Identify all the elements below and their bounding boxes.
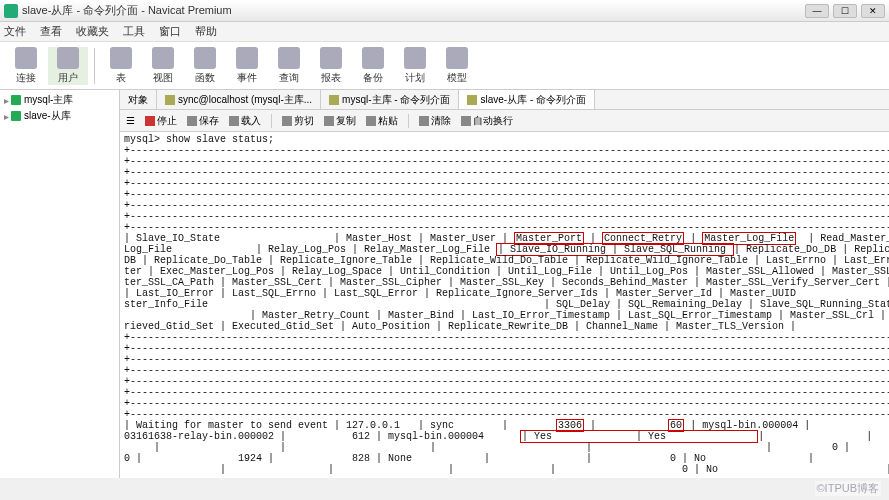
terminal-icon <box>329 95 339 105</box>
chevron-right-icon: ▸ <box>4 111 9 122</box>
load-button[interactable]: 载入 <box>229 114 261 128</box>
tool-query[interactable]: 查询 <box>269 47 309 85</box>
tool-schedule[interactable]: 计划 <box>395 47 435 85</box>
menu-view[interactable]: 查看 <box>40 24 62 39</box>
plug-icon <box>15 47 37 69</box>
stop-button[interactable]: 停止 <box>145 114 177 128</box>
watermark: ©ITPUB博客 <box>815 481 882 496</box>
cut-button[interactable]: 剪切 <box>282 114 314 128</box>
db-icon <box>11 111 21 121</box>
highlight-yes-values: | Yes | Yes <box>520 430 758 443</box>
toolbar: 连接 用户 表 视图 函数 事件 查询 报表 备份 计划 模型 <box>0 42 889 90</box>
chevron-right-icon: ▸ <box>4 95 9 106</box>
sub-toolbar: ☰ 停止 保存 载入 剪切 复制 粘贴 清除 自动换行 <box>120 110 889 132</box>
sidebar: ▸mysql-主库 ▸slave-从库 <box>0 90 120 478</box>
tool-report[interactable]: 报表 <box>311 47 351 85</box>
paste-button[interactable]: 粘贴 <box>366 114 398 128</box>
tool-model[interactable]: 模型 <box>437 47 477 85</box>
paste-icon <box>366 116 376 126</box>
maximize-button[interactable]: ☐ <box>833 4 857 18</box>
menu-file[interactable]: 文件 <box>4 24 26 39</box>
clear-button[interactable]: 清除 <box>419 114 451 128</box>
tab-bar: 对象 sync@localhost (mysql-主库... mysql-主库 … <box>120 90 889 110</box>
tab-sync[interactable]: sync@localhost (mysql-主库... <box>157 90 321 109</box>
tool-connect[interactable]: 连接 <box>6 47 46 85</box>
stop-icon <box>145 116 155 126</box>
tool-func[interactable]: 函数 <box>185 47 225 85</box>
tab-objects[interactable]: 对象 <box>120 90 157 109</box>
tool-table[interactable]: 表 <box>101 47 141 85</box>
tool-user[interactable]: 用户 <box>48 47 88 85</box>
model-icon <box>446 47 468 69</box>
menu-window[interactable]: 窗口 <box>159 24 181 39</box>
close-button[interactable]: ✕ <box>861 4 885 18</box>
event-icon <box>236 47 258 69</box>
fx-icon <box>194 47 216 69</box>
window-title: slave-从库 - 命令列介面 - Navicat Premium <box>22 3 805 18</box>
hamburger-icon[interactable]: ☰ <box>126 115 135 126</box>
highlight-slave-running: | Slave_IO_Running | Slave_SQL_Running <box>496 243 734 256</box>
tree-item-slave[interactable]: ▸slave-从库 <box>2 108 117 124</box>
menubar: 文件 查看 收藏夹 工具 窗口 帮助 <box>0 22 889 42</box>
user-icon <box>165 95 175 105</box>
wrap-icon <box>461 116 471 126</box>
app-icon <box>4 4 18 18</box>
divider <box>408 114 409 128</box>
copy-button[interactable]: 复制 <box>324 114 356 128</box>
save-button[interactable]: 保存 <box>187 114 219 128</box>
query-icon <box>278 47 300 69</box>
terminal-icon <box>467 95 477 105</box>
copy-icon <box>324 116 334 126</box>
open-icon <box>229 116 239 126</box>
tool-backup[interactable]: 备份 <box>353 47 393 85</box>
eraser-icon <box>419 116 429 126</box>
tree-item-master[interactable]: ▸mysql-主库 <box>2 92 117 108</box>
tab-master-cli[interactable]: mysql-主库 - 命令列介面 <box>321 90 459 109</box>
save-icon <box>187 116 197 126</box>
tool-view[interactable]: 视图 <box>143 47 183 85</box>
minimize-button[interactable]: — <box>805 4 829 18</box>
scissors-icon <box>282 116 292 126</box>
report-icon <box>320 47 342 69</box>
tab-slave-cli[interactable]: slave-从库 - 命令列介面 <box>459 90 595 109</box>
table-icon <box>110 47 132 69</box>
menu-fav[interactable]: 收藏夹 <box>76 24 109 39</box>
backup-icon <box>362 47 384 69</box>
tool-event[interactable]: 事件 <box>227 47 267 85</box>
menu-tools[interactable]: 工具 <box>123 24 145 39</box>
autowrap-toggle[interactable]: 自动换行 <box>461 114 513 128</box>
divider <box>271 114 272 128</box>
eye-icon <box>152 47 174 69</box>
user-icon <box>57 47 79 69</box>
divider <box>94 48 95 84</box>
calendar-icon <box>404 47 426 69</box>
menu-help[interactable]: 帮助 <box>195 24 217 39</box>
db-icon <box>11 95 21 105</box>
sql-console[interactable]: mysql> show slave status; +-------------… <box>120 132 889 478</box>
